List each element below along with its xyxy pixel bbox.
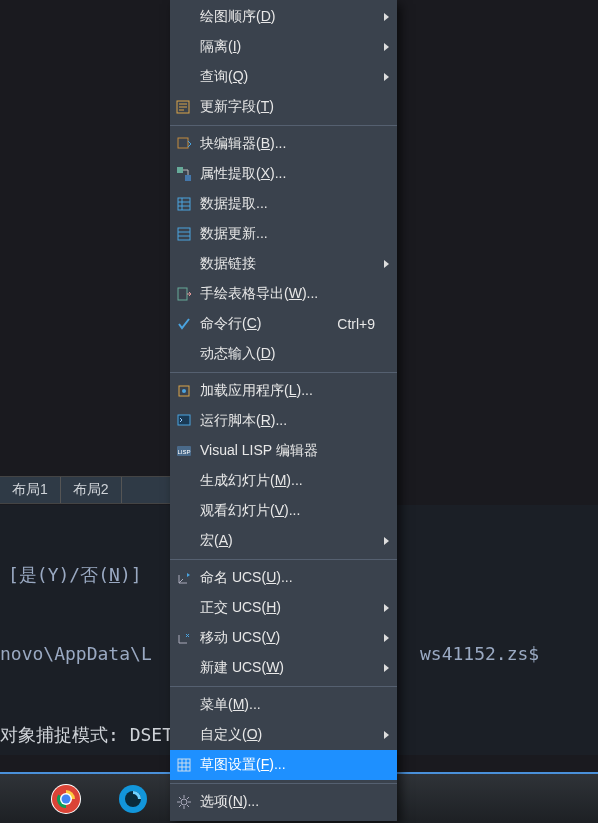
svg-rect-11 — [178, 228, 190, 240]
menu-label: Visual LISP 编辑器 — [196, 442, 397, 460]
svg-rect-8 — [177, 167, 183, 173]
menu-label: 数据链接 — [196, 255, 397, 273]
load-icon — [172, 383, 196, 399]
menu-run-script[interactable]: 运行脚本(R)... — [170, 406, 397, 436]
svg-rect-12 — [178, 288, 187, 300]
data-extract-icon — [172, 196, 196, 212]
menu-ortho-ucs[interactable]: 正交 UCS(H) — [170, 593, 397, 623]
menu-label: 更新字段(T) — [196, 98, 397, 116]
layout-tabs: 布局1 布局2 — [0, 476, 170, 504]
menu-label: 属性提取(X)... — [196, 165, 397, 183]
data-update-icon — [172, 226, 196, 242]
command-status: 对象捕捉模式: DSETT — [0, 723, 184, 747]
menu-options[interactable]: 选项(N)... — [170, 787, 397, 817]
svg-point-3 — [62, 794, 71, 803]
menu-label: 命名 UCS(U)... — [196, 569, 397, 587]
menu-label: 块编辑器(B)... — [196, 135, 397, 153]
menu-view-slide[interactable]: 观看幻灯片(V)... — [170, 496, 397, 526]
command-prompt: [是(Y)/否(N)] — [8, 563, 142, 587]
svg-rect-15 — [178, 415, 190, 425]
menu-data-extract[interactable]: 数据提取... — [170, 189, 397, 219]
svg-rect-9 — [185, 175, 191, 181]
command-path: novo\AppData\L — [0, 643, 152, 664]
menu-label: 观看幻灯片(V)... — [196, 502, 397, 520]
menu-label: 隔离(I) — [196, 38, 397, 56]
block-icon — [172, 136, 196, 152]
menu-commandline[interactable]: 命令行(C)Ctrl+9 — [170, 309, 397, 339]
menu-label: 正交 UCS(H) — [196, 599, 397, 617]
menu-data-update[interactable]: 数据更新... — [170, 219, 397, 249]
chrome-icon[interactable] — [50, 783, 82, 815]
menu-make-slide[interactable]: 生成幻灯片(M)... — [170, 466, 397, 496]
svg-rect-7 — [178, 138, 188, 148]
menu-label: 加载应用程序(L)... — [196, 382, 397, 400]
menu-update-field[interactable]: 更新字段(T) — [170, 92, 397, 122]
menu-separator — [170, 559, 397, 560]
export-icon — [172, 286, 196, 302]
context-menu: 绘图顺序(D) 隔离(I) 查询(Q) 更新字段(T) 块编辑器(B)... 属… — [170, 0, 397, 821]
field-icon — [172, 99, 196, 115]
menu-label: 生成幻灯片(M)... — [196, 472, 397, 490]
menu-label: 菜单(M)... — [196, 696, 397, 714]
menu-attr-extract[interactable]: 属性提取(X)... — [170, 159, 397, 189]
ucs-icon — [172, 570, 196, 586]
svg-text:LISP: LISP — [177, 449, 190, 455]
move-ucs-icon — [172, 630, 196, 646]
menu-vlisp[interactable]: LISPVisual LISP 编辑器 — [170, 436, 397, 466]
menu-move-ucs[interactable]: 移动 UCS(V) — [170, 623, 397, 653]
menu-label: 移动 UCS(V) — [196, 629, 397, 647]
menu-shortcut: Ctrl+9 — [337, 316, 397, 332]
menu-label: 命令行(C) — [196, 315, 337, 333]
attr-icon — [172, 166, 196, 182]
menu-draw-order[interactable]: 绘图顺序(D) — [170, 2, 397, 32]
menu-menu[interactable]: 菜单(M)... — [170, 690, 397, 720]
svg-point-19 — [181, 799, 187, 805]
menu-label: 动态输入(D) — [196, 345, 397, 363]
lisp-icon: LISP — [172, 443, 196, 459]
menu-label: 选项(N)... — [196, 793, 397, 811]
menu-named-ucs[interactable]: 命名 UCS(U)... — [170, 563, 397, 593]
menu-label: 运行脚本(R)... — [196, 412, 397, 430]
menu-table-export[interactable]: 手绘表格导出(W)... — [170, 279, 397, 309]
menu-label: 自定义(O) — [196, 726, 397, 744]
menu-load-app[interactable]: 加载应用程序(L)... — [170, 376, 397, 406]
svg-point-14 — [182, 389, 186, 393]
grid-icon — [172, 757, 196, 773]
svg-rect-10 — [178, 198, 190, 210]
menu-block-editor[interactable]: 块编辑器(B)... — [170, 129, 397, 159]
svg-rect-18 — [178, 759, 190, 771]
gear-icon — [172, 794, 196, 810]
script-icon — [172, 413, 196, 429]
tab-layout1[interactable]: 布局1 — [0, 477, 61, 503]
menu-label: 绘图顺序(D) — [196, 8, 397, 26]
menu-label: 数据提取... — [196, 195, 397, 213]
menu-label: 数据更新... — [196, 225, 397, 243]
check-icon — [172, 316, 196, 332]
menu-new-ucs[interactable]: 新建 UCS(W) — [170, 653, 397, 683]
menu-dyn-input[interactable]: 动态输入(D) — [170, 339, 397, 369]
menu-separator — [170, 686, 397, 687]
menu-label: 宏(A) — [196, 532, 397, 550]
menu-macro[interactable]: 宏(A) — [170, 526, 397, 556]
menu-data-link[interactable]: 数据链接 — [170, 249, 397, 279]
menu-query[interactable]: 查询(Q) — [170, 62, 397, 92]
menu-label: 查询(Q) — [196, 68, 397, 86]
command-suffix: ws41152.zs$ — [420, 643, 539, 664]
menu-label: 草图设置(F)... — [196, 756, 397, 774]
menu-isolate[interactable]: 隔离(I) — [170, 32, 397, 62]
menu-separator — [170, 372, 397, 373]
qq-browser-icon[interactable] — [117, 783, 149, 815]
menu-draft-settings[interactable]: 草图设置(F)... — [170, 750, 397, 780]
menu-custom[interactable]: 自定义(O) — [170, 720, 397, 750]
menu-separator — [170, 783, 397, 784]
menu-label: 手绘表格导出(W)... — [196, 285, 397, 303]
menu-separator — [170, 125, 397, 126]
menu-label: 新建 UCS(W) — [196, 659, 397, 677]
tab-layout2[interactable]: 布局2 — [61, 477, 122, 503]
